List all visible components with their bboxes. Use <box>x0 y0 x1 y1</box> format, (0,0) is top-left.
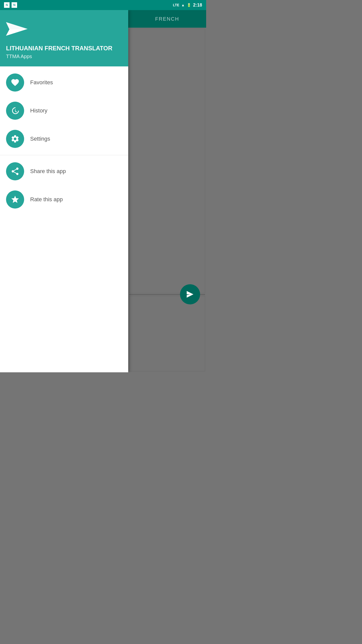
source-text-area[interactable] <box>129 29 205 293</box>
notification-icon-1: N <box>4 2 10 8</box>
menu-item-share[interactable]: Share this app <box>0 157 128 185</box>
app-title: LITHUANIAN FRENCH TRANSLATOR <box>6 44 122 52</box>
content-area <box>128 28 206 372</box>
output-text-area <box>129 296 205 371</box>
rate-icon-circle <box>6 190 24 209</box>
share-icon-circle <box>6 162 24 180</box>
drawer-header: LITHUANIAN FRENCH TRANSLATOR TTMA Apps <box>0 10 128 66</box>
star-icon <box>11 195 20 204</box>
svg-marker-3 <box>187 291 194 298</box>
drawer-menu: Favorites History Settings <box>0 66 128 372</box>
main-content: FRENCH <box>128 10 206 372</box>
translate-button[interactable] <box>180 284 200 304</box>
lte-icon: LTE <box>173 3 179 7</box>
share-icon <box>11 167 20 176</box>
settings-label: Settings <box>30 136 50 142</box>
app-subtitle: TTMA Apps <box>6 54 122 59</box>
menu-divider <box>0 155 128 155</box>
menu-item-history[interactable]: History <box>0 97 128 125</box>
favorites-icon-circle <box>6 73 24 92</box>
clock-icon <box>11 106 20 115</box>
favorites-label: Favorites <box>30 79 53 86</box>
history-label: History <box>30 107 47 114</box>
toolbar: FRENCH <box>128 10 206 28</box>
menu-item-favorites[interactable]: Favorites <box>0 68 128 97</box>
heart-icon <box>11 78 20 87</box>
settings-icon-circle <box>6 130 24 148</box>
svg-marker-1 <box>6 22 28 29</box>
svg-marker-2 <box>6 29 28 36</box>
send-icon <box>185 289 195 299</box>
status-bar: N N LTE ▲ 🔋 2:18 <box>0 0 206 10</box>
history-icon-circle <box>6 102 24 120</box>
battery-icon: 🔋 <box>187 3 191 7</box>
signal-icon: ▲ <box>181 3 185 7</box>
navigation-drawer: LITHUANIAN FRENCH TRANSLATOR TTMA Apps F… <box>0 10 128 372</box>
menu-item-settings[interactable]: Settings <box>0 125 128 153</box>
clock: 2:18 <box>193 3 202 8</box>
share-label: Share this app <box>30 168 66 175</box>
status-left-icons: N N <box>4 2 17 8</box>
gear-icon <box>11 134 20 143</box>
drawer-app-info: LITHUANIAN FRENCH TRANSLATOR TTMA Apps <box>6 40 122 59</box>
status-right-icons: LTE ▲ 🔋 2:18 <box>173 3 202 8</box>
rate-label: Rate this app <box>30 196 63 203</box>
app-logo <box>6 18 29 40</box>
menu-item-rate[interactable]: Rate this app <box>0 185 128 214</box>
notification-icon-2: N <box>12 2 17 8</box>
toolbar-title: FRENCH <box>155 16 179 22</box>
logo-icon <box>6 19 29 39</box>
app-container: LITHUANIAN FRENCH TRANSLATOR TTMA Apps F… <box>0 10 206 372</box>
